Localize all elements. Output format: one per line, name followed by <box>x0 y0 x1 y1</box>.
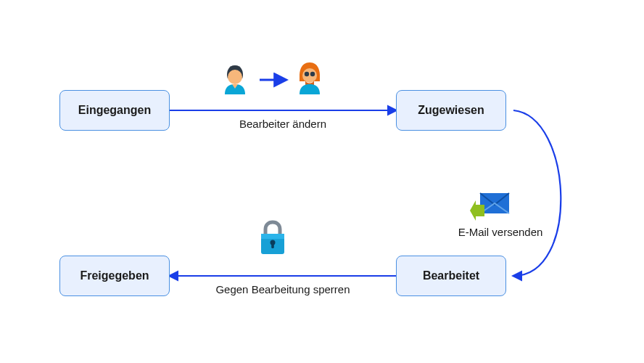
lock-icon <box>255 219 290 260</box>
svg-point-3 <box>310 72 315 76</box>
svg-point-1 <box>302 68 317 83</box>
state-freigegeben: Freigegeben <box>59 256 170 296</box>
svg-point-0 <box>228 70 242 84</box>
transition-arrow-s2-s3 <box>513 110 561 276</box>
svg-rect-6 <box>261 234 284 239</box>
svg-point-2 <box>305 72 309 76</box>
avatar-to-icon <box>292 60 328 99</box>
email-send-icon <box>470 190 511 228</box>
state-label: Eingegangen <box>78 104 151 117</box>
state-label: Freigegeben <box>80 269 149 282</box>
workflow-diagram: Eingegangen Zugewiesen Bearbeitet Freige… <box>0 0 644 363</box>
state-label: Bearbeitet <box>423 269 479 282</box>
state-zugewiesen: Zugewiesen <box>396 90 506 131</box>
svg-rect-8 <box>271 242 274 248</box>
state-label: Zugewiesen <box>418 104 484 117</box>
avatar-from-icon <box>218 61 252 99</box>
transition-arrows <box>0 0 644 363</box>
state-eingegangen: Eingegangen <box>59 90 170 131</box>
transition-label-t1: Bearbeiter ändern <box>189 118 377 130</box>
transition-label-t3: Gegen Bearbeitung sperren <box>189 283 377 295</box>
state-bearbeitet: Bearbeitet <box>396 256 506 296</box>
